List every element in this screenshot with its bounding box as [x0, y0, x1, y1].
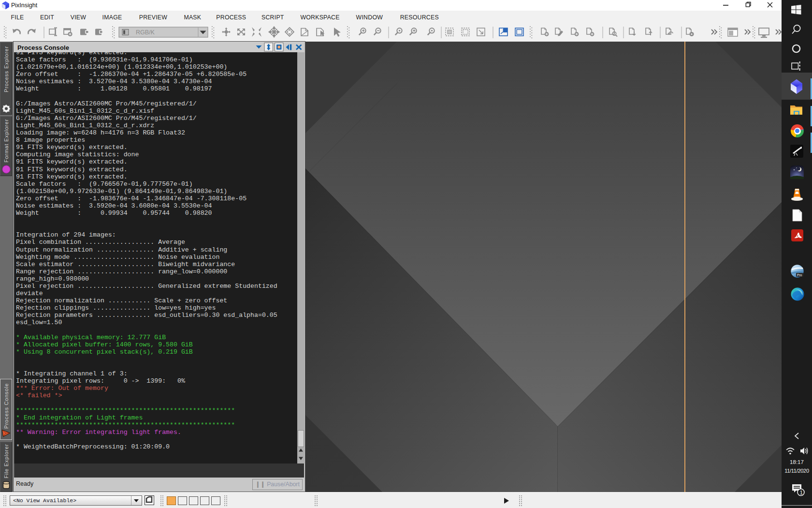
svg-text:Pro: Pro [797, 273, 802, 277]
svg-text:1: 1 [800, 490, 803, 495]
svg-text:RGB/K: RGB/K [136, 29, 155, 36]
